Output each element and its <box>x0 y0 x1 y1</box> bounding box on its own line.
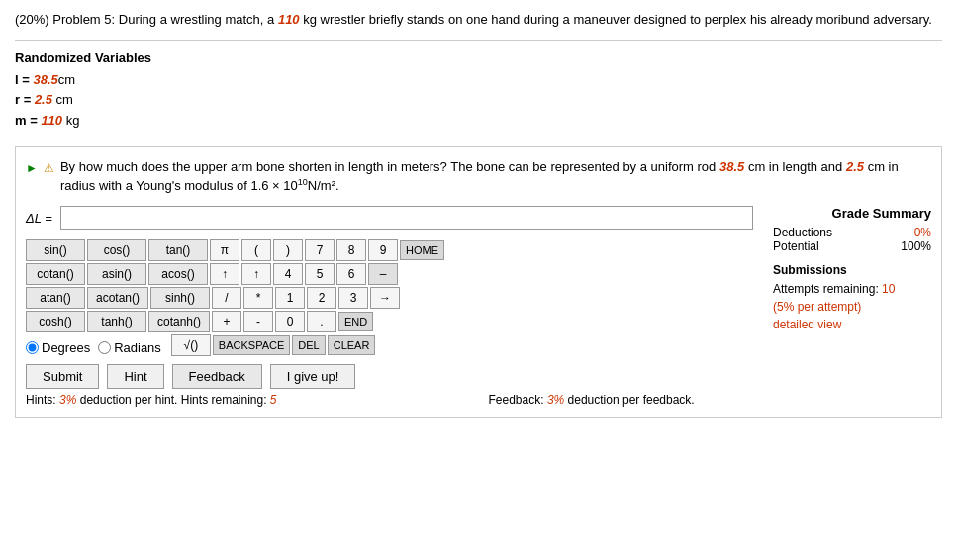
var-l-unit: cm <box>58 72 75 87</box>
sin-button[interactable]: sin() <box>26 239 85 261</box>
var-m-line: m = 110 kg <box>15 111 942 132</box>
q-text-before: By how much does the upper arm bone shor… <box>60 159 716 174</box>
submissions-title: Submissions <box>773 263 931 277</box>
num5-button[interactable]: 5 <box>305 263 335 285</box>
degrees-radians: Degrees Radians <box>26 340 161 355</box>
num2-button[interactable]: 2 <box>307 287 336 309</box>
times-button[interactable]: * <box>243 287 273 309</box>
feedback-deduction-pct: 3% <box>547 393 564 407</box>
q-text-middle: in length and <box>769 159 842 174</box>
answer-input[interactable] <box>60 206 753 230</box>
feedback-label-text: Feedback: <box>489 393 544 407</box>
deductions-val: 0% <box>914 226 931 239</box>
calc-row-2: cotan() asin() acos() ↑ ↑ ^ 4 5 6 – <box>26 263 753 285</box>
acotan-button[interactable]: acotan() <box>87 287 148 309</box>
potential-val: 100% <box>901 239 931 253</box>
num8-button[interactable]: 8 <box>336 239 366 261</box>
clear-button[interactable]: CLEAR <box>328 335 376 355</box>
var-r-line: r = 2.5 cm <box>15 90 942 111</box>
pi-button[interactable]: π <box>210 239 239 261</box>
potential-row: Potential 100% <box>773 239 931 253</box>
var-l-line: l = 38.5cm <box>15 70 942 91</box>
q-length-val: 38.5 <box>719 159 744 174</box>
del-button[interactable]: DEL <box>292 335 325 355</box>
sqrt-button[interactable]: √() <box>171 334 211 356</box>
calc-row-5: Degrees Radians √() BACKSPACE DEL CLEAR <box>26 334 753 356</box>
home-button[interactable]: HOME <box>400 240 444 260</box>
num1-button[interactable]: 1 <box>275 287 305 309</box>
num3-button[interactable]: 3 <box>338 287 368 309</box>
minus-button[interactable]: - <box>243 311 273 332</box>
problem-statement: (20%) Problem 5: During a wrestling matc… <box>15 10 942 41</box>
q-length-unit: cm <box>748 159 765 174</box>
slash-button[interactable]: / <box>212 287 241 309</box>
calc-row-3: atan() acotan() sinh() / * 1 2 3 → <box>26 287 753 309</box>
q-exp: 10 <box>298 177 308 187</box>
tan-button[interactable]: tan() <box>148 239 208 261</box>
degrees-label[interactable]: Degrees <box>26 340 90 355</box>
var-r-label: r = <box>15 92 35 107</box>
submit-button[interactable]: Submit <box>26 364 99 389</box>
radians-radio[interactable] <box>98 341 111 354</box>
problem-header-rest: wrestler briefly stands on one hand duri… <box>321 12 932 27</box>
q-text-end: N/m². <box>308 179 339 194</box>
hints-remaining: 5 <box>270 393 277 407</box>
sinh-button[interactable]: sinh() <box>150 287 210 309</box>
up-arrow2-button[interactable]: ↑ <box>241 263 271 285</box>
potential-label: Potential <box>773 239 819 253</box>
degrees-radio[interactable] <box>26 341 39 354</box>
rparen-button[interactable]: ) <box>273 239 303 261</box>
end-button[interactable]: END <box>338 312 373 331</box>
hint-button[interactable]: Hint <box>107 364 163 389</box>
right-arrow-button[interactable]: → <box>370 287 400 309</box>
dash-button[interactable]: – <box>368 263 398 285</box>
main-container: (20%) Problem 5: During a wrestling matc… <box>0 0 957 437</box>
give-up-button[interactable]: I give up! <box>270 364 356 389</box>
var-r-val: 2.5 <box>35 92 52 107</box>
backspace-button[interactable]: BACKSPACE <box>213 335 290 355</box>
mass-unit: kg <box>303 12 317 27</box>
randomized-title: Randomized Variables <box>15 50 942 65</box>
var-r-unit: cm <box>52 92 73 107</box>
num6-button[interactable]: 6 <box>336 263 366 285</box>
acos-button[interactable]: acos() <box>148 263 208 285</box>
num7-button[interactable]: 7 <box>305 239 335 261</box>
num0-button[interactable]: 0 <box>275 311 305 332</box>
atan-button[interactable]: atan() <box>26 287 85 309</box>
var-l-label: l = <box>15 72 33 87</box>
grade-summary: Grade Summary Deductions 0% Potential 10… <box>773 206 931 333</box>
deductions-row: Deductions 0% <box>773 226 931 239</box>
feedback-hint-section: Feedback: 3% deduction per feedback. <box>489 393 932 407</box>
problem-header: (20%) Problem 5: During a wrestling matc… <box>15 12 274 27</box>
var-m-label: m = <box>15 113 41 128</box>
up-arrow-button[interactable]: ↑ <box>210 263 239 285</box>
grade-summary-panel: Grade Summary Deductions 0% Potential 10… <box>773 206 931 333</box>
lparen-button[interactable]: ( <box>241 239 271 261</box>
asin-button[interactable]: asin() <box>87 263 146 285</box>
radians-label[interactable]: Radians <box>98 340 161 355</box>
randomized-variables: Randomized Variables l = 38.5cm r = 2.5 … <box>15 50 942 132</box>
q-radius-unit: cm <box>868 159 885 174</box>
grade-summary-title: Grade Summary <box>773 206 931 221</box>
feedback-hints-row: Hints: 3% deduction per hint. Hints rema… <box>26 393 931 407</box>
cosh-button[interactable]: cosh() <box>26 311 85 332</box>
mass-value: 110 <box>278 12 300 27</box>
cotanh-button[interactable]: cotanh() <box>148 311 210 332</box>
cotan-button[interactable]: cotan() <box>26 263 85 285</box>
var-l-val: 38.5 <box>33 72 57 87</box>
detailed-link[interactable]: detailed view <box>773 316 931 333</box>
arrow-icon: ► <box>26 159 38 177</box>
num9-button[interactable]: 9 <box>368 239 398 261</box>
hints-section: Hints: 3% deduction per hint. Hints rema… <box>26 393 469 407</box>
plus-button[interactable]: + <box>212 311 241 332</box>
cos-button[interactable]: cos() <box>87 239 146 261</box>
feedback-button[interactable]: Feedback <box>172 364 262 389</box>
calc-row-1: sin() cos() tan() π ( ) 7 8 9 HOME <box>26 239 753 261</box>
attempts-val[interactable]: 10 <box>882 282 895 296</box>
num4-button[interactable]: 4 <box>273 263 303 285</box>
attempts-line: Attempts remaining: 10 <box>773 280 931 298</box>
dot-button[interactable]: . <box>307 311 336 332</box>
tanh-button[interactable]: tanh() <box>87 311 146 332</box>
question-header: ► ⚠ By how much does the upper arm bone … <box>26 157 931 196</box>
input-row: ΔL = <box>26 206 753 230</box>
